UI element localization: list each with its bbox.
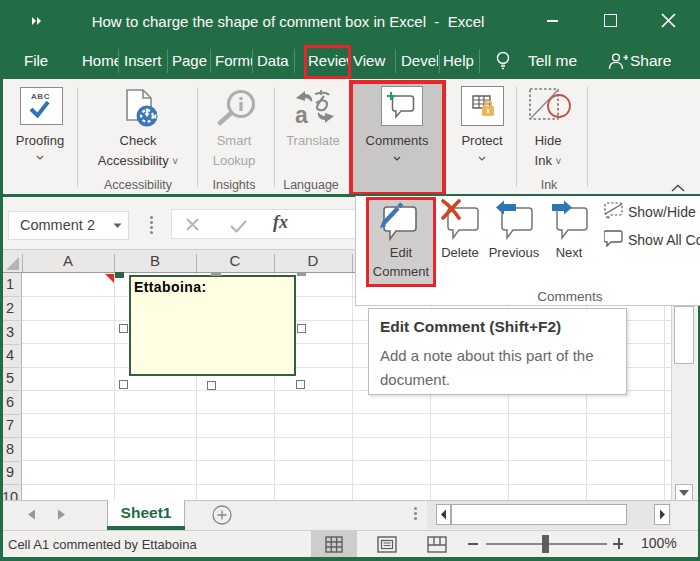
svg-text:a: a bbox=[295, 102, 308, 126]
